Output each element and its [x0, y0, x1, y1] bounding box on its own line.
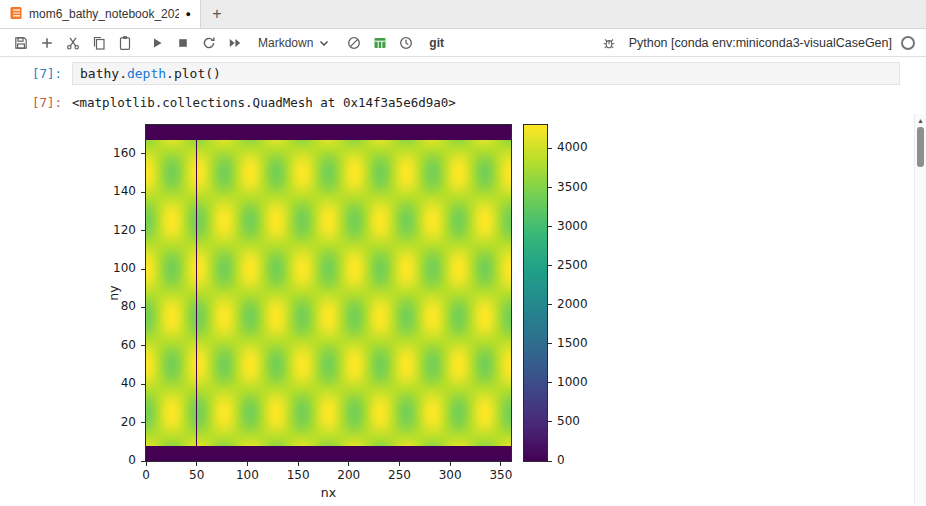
- colorbar-canvas: [524, 125, 547, 461]
- notebook-content: [7]: bathy.depth.plot() [7]: <matplotlib…: [0, 57, 926, 504]
- execute-time-button[interactable]: [393, 31, 419, 55]
- jupyterlab-window: mom6_bathy_notebook_202 ● +: [0, 0, 926, 506]
- x-tick-mark: [298, 462, 299, 466]
- colorbar-tick-mark: [548, 265, 552, 266]
- tab-notebook[interactable]: mom6_bathy_notebook_202 ●: [0, 0, 201, 28]
- x-tick-mark: [196, 462, 197, 466]
- scrollbar-thumb[interactable]: [917, 127, 924, 167]
- output-cell: [7]: <matplotlib.collections.QuadMesh at…: [0, 91, 926, 110]
- colorbar-tick-label: 1000: [557, 375, 588, 390]
- x-tick-mark: [146, 462, 147, 466]
- matplotlib-figure: ny 020406080100120140160 050100150200250…: [65, 116, 645, 504]
- plot-frame: [145, 124, 512, 462]
- restart-run-all-button[interactable]: [222, 31, 248, 55]
- new-tab-button[interactable]: +: [201, 0, 233, 28]
- x-tick-mark: [450, 462, 451, 466]
- colorbar-tick-label: 2500: [557, 258, 588, 273]
- circle-slash-button[interactable]: [341, 31, 367, 55]
- x-tick-label: 300: [435, 468, 465, 483]
- cell-type-label: Markdown: [258, 36, 313, 50]
- heatmap-canvas: [146, 125, 511, 461]
- x-tick-label: 350: [486, 468, 516, 483]
- x-tick-label: 150: [283, 468, 313, 483]
- colorbar-tick-mark: [548, 421, 552, 422]
- colorbar-tick-label: 0: [557, 453, 565, 468]
- plus-icon: [39, 35, 55, 51]
- x-tick-mark: [348, 462, 349, 466]
- x-tick-mark: [399, 462, 400, 466]
- input-prompt: [7]:: [0, 62, 72, 85]
- code-token: .plot(): [166, 66, 221, 81]
- code-cell-editor[interactable]: bathy.depth.plot(): [72, 62, 900, 85]
- y-tick-label: 80: [121, 299, 136, 314]
- colorbar-tick-mark: [548, 226, 552, 227]
- y-tick-label: 160: [113, 146, 136, 161]
- x-tick-label: 200: [334, 468, 364, 483]
- scroll-up-icon[interactable]: ▲: [915, 114, 926, 126]
- save-icon: [13, 35, 29, 51]
- restart-kernel-button[interactable]: [196, 31, 222, 55]
- y-tick-label: 20: [121, 415, 136, 430]
- notebook-toolbar: Markdown git Python [conda env:miniconda…: [0, 29, 926, 57]
- y-tick-label: 0: [128, 453, 136, 468]
- vertical-scrollbar[interactable]: ▲: [914, 114, 926, 504]
- code-token-property: depth: [127, 66, 166, 81]
- clipboard-icon: [117, 35, 133, 51]
- chevron-down-icon: [319, 39, 329, 47]
- colorbar-tick-mark: [548, 304, 552, 305]
- clock-icon: [398, 35, 414, 51]
- git-button[interactable]: git: [429, 36, 444, 50]
- restart-icon: [201, 35, 217, 51]
- x-tick-label: 0: [131, 468, 161, 483]
- x-axis-ticks: 050100150200250300350: [145, 462, 512, 484]
- output-text: <matplotlib.collections.QuadMesh at 0x14…: [72, 91, 456, 110]
- cell-type-dropdown[interactable]: Markdown: [258, 36, 329, 50]
- kernel-name[interactable]: Python [conda env:miniconda3-visualCaseG…: [629, 36, 892, 50]
- colorbar-tick-label: 3500: [557, 180, 588, 195]
- x-tick-label: 250: [384, 468, 414, 483]
- x-axis-label: nx: [145, 485, 512, 500]
- colorbar-frame: [523, 124, 548, 462]
- colorbar-tick-label: 3000: [557, 219, 588, 234]
- y-tick-label: 100: [113, 261, 136, 276]
- colorbar-tick-mark: [548, 148, 552, 149]
- tab-bar: mom6_bathy_notebook_202 ● +: [0, 0, 926, 29]
- fast-forward-icon: [227, 35, 243, 51]
- x-tick-label: 100: [232, 468, 262, 483]
- x-tick-label: 50: [182, 468, 212, 483]
- copy-icon: [91, 35, 107, 51]
- spreadsheet-button[interactable]: [367, 31, 393, 55]
- scissors-icon: [65, 35, 81, 51]
- x-tick-mark: [247, 462, 248, 466]
- colorbar-tick-label: 2000: [557, 297, 588, 312]
- spreadsheet-icon: [372, 35, 388, 51]
- colorbar-tick-mark: [548, 382, 552, 383]
- colorbar-tick-mark: [548, 343, 552, 344]
- y-axis-ticks: 020406080100120140160: [65, 124, 145, 462]
- circle-slash-icon: [346, 35, 362, 51]
- bug-icon: [601, 35, 617, 51]
- insert-cell-button[interactable]: [34, 31, 60, 55]
- code-cell: [7]: bathy.depth.plot(): [0, 62, 926, 85]
- tab-label: mom6_bathy_notebook_202: [29, 7, 179, 21]
- run-button[interactable]: [144, 31, 170, 55]
- y-tick-label: 40: [121, 376, 136, 391]
- cut-button[interactable]: [60, 31, 86, 55]
- paste-button[interactable]: [112, 31, 138, 55]
- copy-button[interactable]: [86, 31, 112, 55]
- run-icon: [149, 35, 165, 51]
- stop-icon: [175, 35, 191, 51]
- colorbar-tick-mark: [548, 461, 552, 462]
- y-tick-label: 140: [113, 184, 136, 199]
- colorbar-tick-label: 4000: [557, 140, 588, 155]
- y-tick-label: 120: [113, 223, 136, 238]
- colorbar-tick-label: 500: [557, 414, 580, 429]
- interrupt-button[interactable]: [170, 31, 196, 55]
- kernel-status-icon[interactable]: [901, 36, 915, 50]
- notebook-icon: [9, 6, 23, 23]
- debugger-button[interactable]: [596, 31, 622, 55]
- y-tick-label: 60: [121, 338, 136, 353]
- save-button[interactable]: [8, 31, 34, 55]
- modified-dot-icon[interactable]: ●: [186, 9, 191, 19]
- x-tick-mark: [500, 462, 501, 466]
